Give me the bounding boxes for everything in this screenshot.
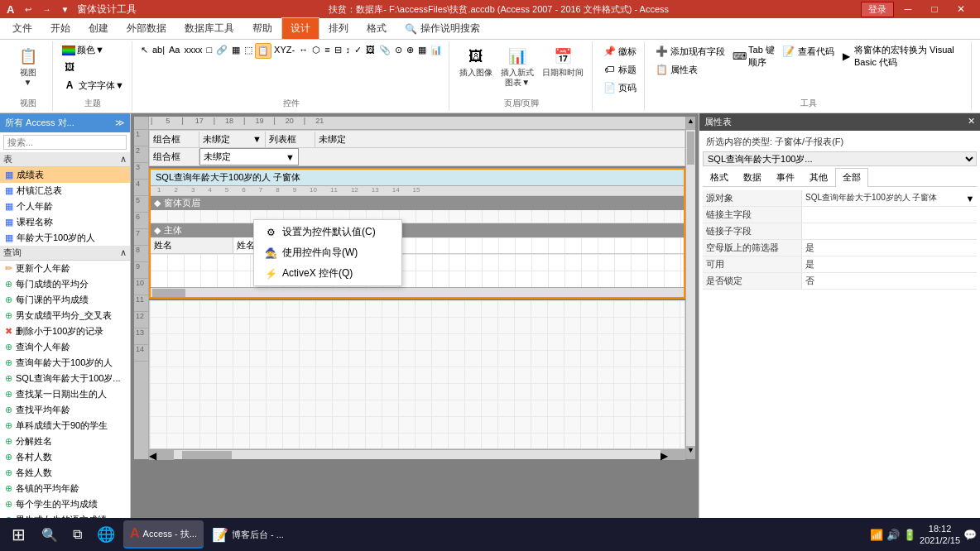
view-button[interactable]: 📋 视图▼: [13, 43, 43, 89]
pagenum-button[interactable]: 📄 页码: [599, 79, 639, 96]
date-time-button[interactable]: 📅 日期和时间: [539, 43, 587, 79]
insert-chart-button[interactable]: 📊 插入新式图表▼: [497, 43, 537, 89]
nav-item-q2[interactable]: ⊕ 每门成绩的平均分: [0, 276, 130, 292]
nav-item-q13[interactable]: ⊕ 各村人数: [0, 449, 130, 465]
nav-item-q5[interactable]: ✖ 删除小于100岁的记录: [0, 323, 130, 339]
taskbar-access[interactable]: A Access - 扶...: [123, 520, 204, 549]
grid-button[interactable]: ▦: [416, 43, 428, 57]
nav-expand-icon[interactable]: ≫: [115, 117, 125, 128]
webview-button[interactable]: ▦: [230, 43, 242, 57]
start-button[interactable]: ⊞: [3, 520, 33, 549]
taskbar-edge[interactable]: 🌐: [90, 520, 122, 549]
nav-item-q15[interactable]: ⊕ 各镇的平均年龄: [0, 481, 130, 496]
hscroll-left[interactable]: ◀: [149, 450, 174, 460]
nav-item-q12[interactable]: ⊕ 分解姓名: [0, 434, 130, 449]
property-object-dropdown[interactable]: SQL查询年龄大于100岁...: [703, 151, 977, 166]
close-button[interactable]: ✕: [949, 2, 973, 17]
minimize-button[interactable]: ─: [896, 2, 920, 17]
chart-button[interactable]: 📊: [429, 43, 444, 57]
prop-val-link-child[interactable]: [802, 223, 977, 239]
taskbar-search[interactable]: 🔍: [35, 520, 65, 549]
prop-val-link-master[interactable]: [802, 207, 977, 223]
redo-button[interactable]: →: [39, 2, 54, 17]
prop-val-enabled[interactable]: 是: [802, 256, 977, 272]
menu-use-wizard[interactable]: 🧙 使用控件向导(W): [254, 242, 401, 263]
nav-item-q3[interactable]: ⊕ 每门课的平均成绩: [0, 292, 130, 308]
vscroll-up[interactable]: ▲: [686, 117, 695, 130]
maximize-button[interactable]: □: [922, 2, 947, 17]
nav-item-q16[interactable]: ⊕ 每个学生的平均成绩: [0, 496, 130, 512]
tab-arrange[interactable]: 排列: [319, 17, 358, 39]
property-tab-other[interactable]: 其他: [802, 168, 835, 186]
property-tab-event[interactable]: 事件: [769, 168, 802, 186]
property-panel-close[interactable]: ✕: [968, 116, 975, 128]
nav-item-q14[interactable]: ⊕ 各姓人数: [0, 465, 130, 481]
convert-macro-button[interactable]: ▶ 将窗体的宏转换为 Visual Basic 代码: [838, 43, 971, 69]
nav-button[interactable]: ⬚: [243, 43, 254, 57]
hyperlink-button[interactable]: 🔗: [214, 43, 229, 57]
radio-button[interactable]: ⊙: [393, 43, 404, 57]
list-button[interactable]: ⊟: [333, 43, 343, 57]
color-button[interactable]: 颜色▼: [60, 43, 107, 57]
nav-item-q1[interactable]: ✏ 更新个人年龄: [0, 261, 130, 276]
nav-item-q4[interactable]: ⊕ 男女成绩平均分_交叉表: [0, 308, 130, 323]
theme-image-button[interactable]: 🖼: [60, 59, 79, 75]
nav-item-course[interactable]: ▦ 课程名称: [0, 214, 130, 230]
frame-button[interactable]: ⊕: [405, 43, 416, 57]
select-button[interactable]: ↖: [139, 43, 150, 57]
line-button[interactable]: ↔: [297, 43, 310, 56]
login-button[interactable]: 登录: [861, 2, 894, 17]
tab-file[interactable]: 文件: [3, 17, 41, 39]
nav-item-cunzhen[interactable]: ▦ 村镇汇总表: [0, 183, 130, 199]
tables-section-toggle[interactable]: ∧: [120, 154, 127, 165]
vscroll-down[interactable]: ▼: [686, 446, 695, 459]
tab-design[interactable]: 设计: [281, 17, 319, 39]
toggle-button[interactable]: ✓: [353, 43, 363, 57]
title-button[interactable]: 🏷 标题: [599, 61, 639, 78]
tab-create[interactable]: 创建: [79, 17, 118, 39]
view-code-button[interactable]: 📝 查看代码: [779, 43, 837, 60]
image-ctrl-button[interactable]: 🖼: [364, 43, 377, 56]
nav-item-q8[interactable]: ⊕ SQL查询年龄大于100岁...: [0, 371, 130, 386]
taskbar-taskview[interactable]: ⧉: [66, 520, 89, 549]
main-scrollbar-v[interactable]: ▲ ▼: [685, 117, 695, 459]
nav-item-q6[interactable]: ⊕ 查询个人年龄: [0, 339, 130, 355]
prop-val-filter[interactable]: 是: [802, 240, 977, 256]
taskbar-blog[interactable]: 📝 博客后台 - ...: [205, 520, 291, 549]
queries-section-toggle[interactable]: ∧: [120, 247, 127, 258]
form-design-scroll[interactable]: 1 2 3 4 5 6 7 8 9 10 11 12 13 14: [131, 113, 699, 537]
unbound-dropdown[interactable]: 未绑定 ▼: [199, 148, 299, 165]
button-btn[interactable]: xxxx: [182, 43, 204, 56]
tab-ctrl-button[interactable]: □: [204, 43, 214, 56]
tab-format[interactable]: 格式: [358, 17, 396, 39]
nav-item-chengjibiao[interactable]: ▦ 成绩表: [0, 167, 130, 183]
nav-item-q9[interactable]: ⊕ 查找某一日期出生的人: [0, 386, 130, 402]
tab-help[interactable]: 帮助: [243, 17, 281, 39]
property-tab-data[interactable]: 数据: [736, 168, 769, 186]
tab-external-data[interactable]: 外部数据: [118, 17, 175, 39]
font-button[interactable]: A 文字字体▼: [60, 77, 127, 93]
undo-button[interactable]: ↩: [21, 2, 36, 17]
property-tab-all[interactable]: 全部: [835, 168, 868, 187]
prop-val-locked[interactable]: 否: [802, 273, 977, 289]
quick-access-dropdown[interactable]: ▼: [57, 2, 72, 17]
prop-val-source[interactable]: SQL查询年龄大于100岁的人 子窗体: [802, 190, 963, 206]
combo-button[interactable]: ≡: [323, 43, 331, 56]
search-input[interactable]: [3, 135, 127, 150]
menu-activex[interactable]: ⚡ ActiveX 控件(Q): [254, 263, 401, 284]
tray-notification-icon[interactable]: 💬: [963, 529, 977, 541]
label-button[interactable]: Aa: [167, 43, 181, 56]
add-field-button[interactable]: ➕ 添加现有字段: [651, 43, 728, 60]
tab-order-button[interactable]: ⌨ Tab 键顺序: [729, 43, 777, 69]
prop-source-dropdown[interactable]: ▼: [963, 190, 977, 206]
insert-image-button[interactable]: 🖼 插入图像: [456, 43, 496, 79]
tab-start[interactable]: 开始: [41, 17, 79, 39]
subform-scrollbar-h[interactable]: [151, 287, 684, 297]
property-tab-format[interactable]: 格式: [703, 168, 736, 186]
property-sheet-button[interactable]: 📋 属性表: [651, 61, 700, 78]
tab-search[interactable]: 🔍 操作说明搜索: [396, 17, 489, 39]
nav-item-q10[interactable]: ⊕ 查找平均年龄: [0, 402, 130, 418]
logo-button[interactable]: 📌 徽标: [599, 43, 639, 60]
nav-item-q7[interactable]: ⊕ 查询年龄大于100岁的人: [0, 355, 130, 371]
xyz-button[interactable]: XYZ-: [272, 43, 296, 56]
